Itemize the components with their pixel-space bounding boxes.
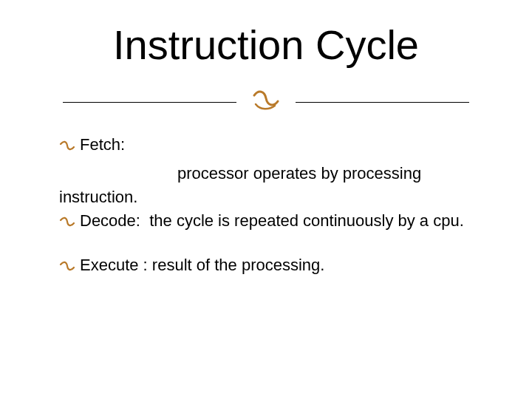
fetch-label: Fetch: [80, 135, 125, 154]
paragraph-gap [59, 237, 473, 253]
decode-label: Decode: [80, 211, 140, 230]
flourish-icon [250, 83, 282, 119]
fetch-body-line2: instruction. [59, 185, 473, 209]
fetch-body-line1: processor operates by processing [59, 162, 473, 185]
divider-line-left [63, 102, 236, 103]
slide-title: Instruction Cycle [0, 21, 532, 69]
execute-label: Execute : [80, 256, 148, 275]
decode-body: the cycle is repeated continuously by a … [149, 211, 464, 230]
bullet-item-decode: Decode: the cycle is repeated continuous… [59, 209, 473, 235]
execute-body: result of the processing. [152, 256, 325, 275]
bullet-icon [59, 209, 75, 235]
divider-line-right [296, 102, 469, 103]
bullet-item-fetch: Fetch: [59, 133, 473, 159]
bullet-icon [59, 253, 75, 279]
title-divider [63, 87, 469, 117]
slide-body: Fetch: processor operates by processing … [59, 133, 473, 282]
slide: Instruction Cycle Fetch: processor opera… [0, 0, 532, 399]
bullet-icon [59, 133, 75, 159]
bullet-item-execute: Execute : result of the processing. [59, 253, 473, 279]
